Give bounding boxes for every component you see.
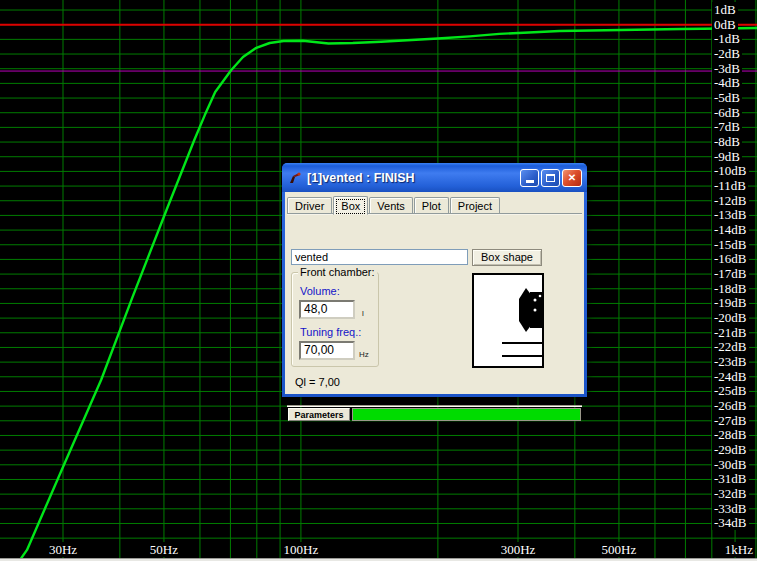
db-axis-label: -33dB — [712, 501, 749, 516]
db-axis-label: -29dB — [712, 442, 749, 457]
box-shape-button[interactable]: Box shape — [472, 249, 542, 266]
tab-focus-rectangle — [336, 199, 365, 214]
maximize-icon — [546, 174, 555, 182]
db-axis-label: -22dB — [712, 339, 749, 354]
db-axis-label: -21dB — [712, 325, 749, 340]
db-axis-label: -15dB — [712, 237, 749, 252]
db-axis-label: -3dB — [712, 61, 742, 76]
freq-axis-label: 300Hz — [499, 542, 538, 557]
db-axis-label: -31dB — [712, 471, 749, 486]
tab-box[interactable]: Box — [333, 196, 368, 215]
db-axis-label: -8dB — [712, 134, 742, 149]
db-axis-label: -4dB — [712, 75, 742, 90]
dialog-title: [1]vented : FINISH — [307, 171, 518, 185]
freq-axis-label: 500Hz — [600, 542, 639, 557]
db-axis-label: -1dB — [712, 31, 742, 46]
db-axis-label: -11dB — [712, 178, 748, 193]
front-chamber-legend: Front chamber: — [298, 266, 377, 279]
db-axis-label: -25dB — [712, 383, 749, 398]
tab-strip: Driver Box Vents Plot Project — [287, 195, 501, 214]
freq-axis-label: 50Hz — [148, 542, 180, 557]
db-axis-label: -34dB — [712, 515, 749, 530]
db-axis-label: -26dB — [712, 398, 749, 413]
freq-axis-label: 100Hz — [282, 542, 321, 557]
db-axis-label: -24dB — [712, 369, 749, 384]
db-axis-label: -14dB — [712, 222, 749, 237]
db-axis-label: -9dB — [712, 149, 742, 164]
db-axis-label: -16dB — [712, 251, 749, 266]
tab-vents[interactable]: Vents — [369, 197, 413, 214]
db-axis-label: -23dB — [712, 354, 749, 369]
tuning-freq-input[interactable]: 70,00 — [299, 341, 355, 360]
db-axis-label: -30dB — [712, 457, 749, 472]
db-axis-label: -12dB — [712, 193, 749, 208]
status-bar: Parameters — [288, 408, 581, 421]
db-axis-label: -20dB — [712, 310, 749, 325]
progress-bar — [352, 408, 581, 421]
freq-axis-label: 30Hz — [47, 542, 79, 557]
dialog-titlebar[interactable]: [1]vented : FINISH ✕ — [282, 163, 587, 192]
db-axis-label: -13dB — [712, 207, 749, 222]
maximize-button[interactable] — [541, 169, 560, 187]
app-root: 1dB0dB-1dB-2dB-3dB-4dB-5dB-6dB-7dB-8dB-9… — [0, 0, 757, 561]
vent-port-line — [502, 355, 542, 357]
freq-axis-label: 1kHz — [723, 542, 755, 557]
front-chamber-group: Front chamber: Volume: 48,0 l Tuning fre… — [291, 272, 379, 367]
db-axis-label: 1dB — [712, 2, 738, 17]
tab-project[interactable]: Project — [450, 197, 500, 214]
app-icon — [288, 171, 302, 185]
db-axis-label: -2dB — [712, 46, 742, 61]
volume-unit: l — [362, 309, 364, 318]
db-axis-label: -18dB — [712, 281, 749, 296]
db-axis-label: -27dB — [712, 413, 749, 428]
dialog-client-area: Driver Box Vents Plot Project vented Box… — [285, 192, 584, 394]
db-axis-label: -6dB — [712, 105, 742, 120]
tuning-freq-label: Tuning freq.: — [300, 326, 361, 338]
tuning-freq-unit: Hz — [359, 350, 369, 359]
db-axis-label: -19dB — [712, 295, 749, 310]
box-shape-drawing — [472, 273, 544, 368]
db-axis-label: -32dB — [712, 486, 749, 501]
db-axis-label: 0dB — [712, 17, 738, 32]
tab-driver[interactable]: Driver — [287, 197, 332, 214]
db-axis-label: -5dB — [712, 90, 742, 105]
db-axis-label: -17dB — [712, 266, 749, 281]
db-axis-label: -10dB — [712, 163, 749, 178]
status-divider — [287, 405, 582, 407]
box-name-input[interactable]: vented — [291, 249, 468, 265]
ql-value-text: Ql = 7,00 — [295, 376, 340, 388]
db-axis-label: -28dB — [712, 427, 749, 442]
tab-panel-top-edge — [287, 213, 582, 215]
db-axis-label: -7dB — [712, 119, 742, 134]
speaker-driver-icon — [518, 286, 544, 334]
vented-box-dialog: [1]vented : FINISH ✕ Driver Box Vents Pl… — [282, 163, 587, 397]
volume-input[interactable]: 48,0 — [299, 300, 355, 319]
volume-label: Volume: — [300, 285, 340, 297]
minimize-icon — [526, 180, 534, 183]
close-button[interactable]: ✕ — [562, 169, 582, 187]
tab-plot[interactable]: Plot — [414, 197, 449, 214]
vent-port-line — [502, 342, 542, 344]
close-icon: ✕ — [568, 172, 576, 183]
minimize-button[interactable] — [520, 169, 539, 187]
parameters-button[interactable]: Parameters — [288, 408, 350, 421]
